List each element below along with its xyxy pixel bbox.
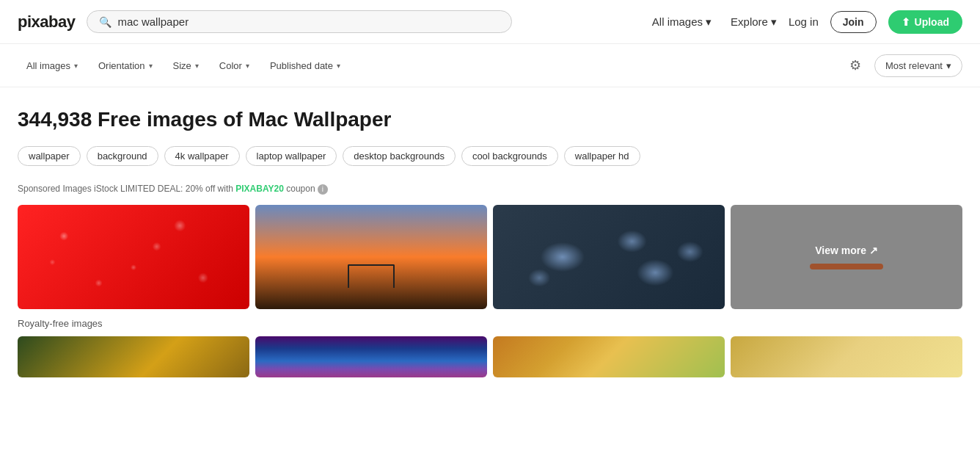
main-content: 344,938 Free images of Mac Wallpaper wal… [0, 87, 980, 377]
royalty-free-image-grid [18, 336, 962, 377]
upload-label: Upload [915, 16, 949, 28]
chevron-down-icon: ▾ [246, 62, 249, 70]
search-bar: 🔍 [87, 10, 512, 33]
published-date-filter[interactable]: Published date ▾ [261, 56, 349, 76]
sponsored-image-3[interactable] [493, 205, 725, 309]
all-images-dropdown[interactable]: All images ▾ [645, 11, 719, 33]
login-button[interactable]: Log in [789, 15, 819, 28]
chevron-down-icon: ▾ [195, 62, 199, 70]
color-label: Color [219, 60, 242, 71]
image-nature-gold [18, 336, 249, 377]
chevron-down-icon: ▾ [706, 15, 712, 29]
chevron-down-icon: ▾ [946, 60, 951, 71]
royalty-free-label: Royalty-free images [18, 318, 962, 329]
sponsored-bar: Sponsored Images iStock LIMITED DEAL: 20… [18, 184, 962, 195]
tag-desktop-backgrounds[interactable]: desktop backgrounds [343, 146, 456, 166]
page-title: 344,938 Free images of Mac Wallpaper [18, 108, 962, 131]
all-images-label: All images [652, 15, 703, 28]
search-input[interactable] [117, 15, 500, 28]
tag-laptop-wallpaper[interactable]: laptop wallpaper [246, 146, 337, 166]
chevron-down-icon: ▾ [74, 62, 78, 70]
tag-list: wallpaper background 4k wallpaper laptop… [18, 146, 962, 166]
filter-bar: All images ▾ Orientation ▾ Size ▾ Color … [0, 44, 980, 87]
join-button[interactable]: Join [830, 11, 877, 33]
sponsored-image-1[interactable] [18, 205, 249, 309]
all-images-filter-label: All images [26, 60, 70, 71]
orientation-label: Orientation [98, 60, 145, 71]
info-icon[interactable]: i [318, 184, 328, 195]
all-images-filter[interactable]: All images ▾ [18, 56, 87, 76]
image-jeep-sunset [255, 205, 487, 309]
upload-button[interactable]: ⬆ Upload [888, 10, 962, 34]
image-water-drops [493, 205, 725, 309]
image-wheat [731, 336, 962, 377]
sponsored-image-grid: View more ↗ [18, 205, 962, 309]
header: pixabay 🔍 All images ▾ Explore ▾ Log in … [0, 0, 980, 44]
logo[interactable]: pixabay [18, 12, 75, 32]
header-right: All images ▾ Explore ▾ Log in Join ⬆ Upl… [645, 10, 962, 34]
size-filter[interactable]: Size ▾ [164, 56, 208, 76]
image-storm-clouds [255, 336, 487, 377]
tag-wallpaper[interactable]: wallpaper [18, 146, 81, 166]
sponsored-text: Sponsored Images iStock LIMITED DEAL: 20… [18, 184, 233, 194]
image-red-drops [18, 205, 249, 309]
view-more-card[interactable]: View more ↗ [731, 205, 962, 309]
explore-dropdown[interactable]: Explore ▾ [731, 15, 777, 29]
gear-icon: ⚙ [849, 58, 861, 73]
image-blur-warm [493, 336, 725, 377]
promo-code: PIXABAY20 [235, 184, 284, 194]
royalty-image-2[interactable] [255, 336, 487, 377]
sort-label: Most relevant [885, 60, 943, 71]
tag-cool-backgrounds[interactable]: cool backgrounds [461, 146, 558, 166]
color-filter[interactable]: Color ▾ [211, 56, 258, 76]
sort-dropdown[interactable]: Most relevant ▾ [874, 54, 962, 77]
sponsored-suffix-text: coupon [286, 184, 315, 194]
filter-right: ⚙ Most relevant ▾ [845, 53, 962, 78]
chevron-down-icon: ▾ [771, 15, 777, 29]
view-more-bar [810, 264, 883, 269]
explore-label: Explore [731, 15, 768, 28]
sponsored-image-2[interactable] [255, 205, 487, 309]
size-label: Size [173, 60, 191, 71]
chevron-down-icon: ▾ [149, 62, 153, 70]
chevron-down-icon: ▾ [337, 62, 340, 70]
orientation-filter[interactable]: Orientation ▾ [89, 56, 161, 76]
tag-wallpaper-hd[interactable]: wallpaper hd [564, 146, 640, 166]
royalty-image-3[interactable] [493, 336, 725, 377]
tag-4k-wallpaper[interactable]: 4k wallpaper [164, 146, 240, 166]
upload-icon: ⬆ [902, 16, 910, 28]
view-more-text: View more ↗ [815, 245, 878, 256]
published-date-label: Published date [270, 60, 333, 71]
royalty-image-4[interactable] [731, 336, 962, 377]
search-icon: 🔍 [99, 16, 111, 28]
settings-button[interactable]: ⚙ [845, 53, 866, 78]
royalty-image-1[interactable] [18, 336, 249, 377]
tag-background[interactable]: background [87, 146, 158, 166]
